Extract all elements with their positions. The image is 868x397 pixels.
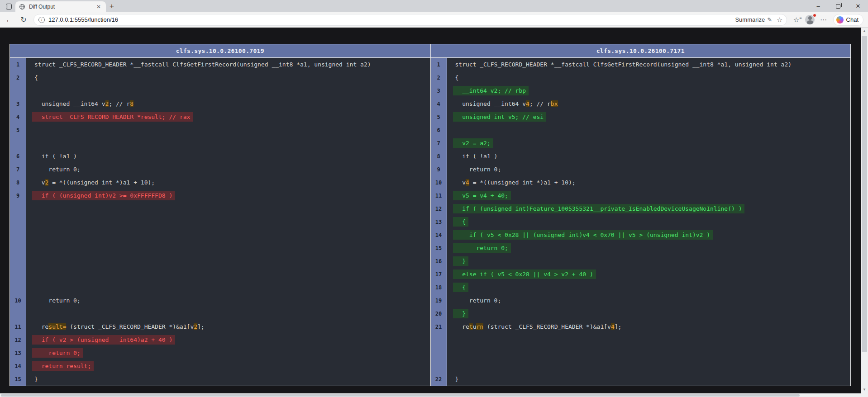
diff-row: 19 return 0; [431, 294, 851, 307]
diff-row [10, 84, 430, 97]
code-line: { [447, 71, 851, 84]
code-line: if ( v5 < 0x28 || (unsigned int)v4 < 0x7… [447, 228, 851, 241]
vertical-scroll-thumb[interactable] [862, 36, 867, 352]
code-line [26, 241, 430, 255]
close-button[interactable]: ✕ [848, 0, 868, 12]
profile-avatar[interactable] [804, 14, 816, 26]
diff-row: 15 return 0; [431, 241, 851, 255]
code-line: return 0; [26, 346, 430, 359]
diff-row: 3 __int64 v2; // rbp [431, 84, 851, 97]
line-number: 16 [431, 255, 447, 268]
line-number: 14 [10, 359, 26, 373]
code-line: if ( (unsigned int)v2 >= 0xFFFFFFD8 ) [26, 189, 430, 202]
line-number: 8 [10, 176, 26, 189]
code-line [26, 123, 430, 137]
new-tab-button[interactable]: + [106, 1, 118, 12]
favorite-star-icon[interactable]: ☆ [777, 16, 782, 24]
line-number: 3 [10, 97, 26, 110]
code-line [26, 255, 430, 268]
summarize-icon: ✎ [767, 16, 772, 23]
code-line: if ( v2 > (unsigned __int64)a2 + 40 ) [26, 333, 430, 346]
diff-row: 12 if ( v2 > (unsigned __int64)a2 + 40 ) [10, 333, 430, 346]
site-info-icon[interactable]: i [38, 17, 45, 23]
line-number: 21 [431, 320, 447, 333]
diff-row: 7 return 0; [10, 163, 430, 176]
old-version-header: clfs.sys.10.0.26100.7019 [10, 44, 430, 58]
code-line: if ( !a1 ) [26, 150, 430, 163]
diff-row [10, 215, 430, 228]
back-icon[interactable]: ← [3, 14, 15, 26]
new-code-body: 1struct _CLFS_RECORD_HEADER *__fastcall … [431, 58, 851, 386]
code-line [26, 307, 430, 320]
diff-row: 13 { [431, 215, 851, 228]
summarize-button[interactable]: Summarize ✎ [735, 16, 772, 23]
code-line: unsigned __int64 v4; // rbx [447, 97, 851, 110]
favorites-bar-icon[interactable]: ☆ [791, 14, 802, 26]
code-line: result = (struct _CLFS_RECORD_HEADER *)&… [26, 320, 430, 333]
diff-row: 13 return 0; [10, 346, 430, 359]
diff-row: 14 return result; [10, 359, 430, 373]
minimize-button[interactable]: – [808, 0, 828, 12]
line-number: 6 [431, 123, 447, 137]
copilot-chat-button[interactable]: Chat [833, 14, 863, 26]
diff-row: 2{ [431, 71, 851, 84]
old-code-body: 1struct _CLFS_RECORD_HEADER *__fastcall … [10, 58, 430, 386]
line-number [10, 202, 26, 215]
diff-row: 5 [10, 123, 430, 137]
copilot-icon [836, 16, 844, 24]
globe-favicon-icon [19, 4, 25, 10]
tab-strip: Diff Output ✕ + – ✕ [0, 0, 868, 12]
line-number: 5 [431, 110, 447, 123]
diff-row [431, 346, 851, 359]
line-number: 14 [431, 228, 447, 241]
tab-diff-output[interactable]: Diff Output ✕ [15, 1, 106, 12]
more-menu-icon[interactable]: ⋯ [818, 14, 830, 26]
code-line: { [447, 281, 851, 294]
url-text[interactable]: 127.0.0.1:5555/function/16 [48, 16, 731, 23]
diff-row: 4 struct _CLFS_RECORD_HEADER *result; //… [10, 110, 430, 123]
code-line: unsigned int v5; // esi [447, 110, 851, 123]
diff-row: 9 if ( (unsigned int)v2 >= 0xFFFFFFD8 ) [10, 189, 430, 202]
line-number: 5 [10, 123, 26, 137]
code-line: return (struct _CLFS_RECORD_HEADER *)&a1… [447, 320, 851, 333]
diff-row: 20 } [431, 307, 851, 320]
horizontal-scroll-thumb[interactable] [1, 394, 800, 397]
diff-row: 1struct _CLFS_RECORD_HEADER *__fastcall … [431, 58, 851, 71]
tab-title: Diff Output [29, 4, 91, 10]
diff-row: 22} [431, 373, 851, 386]
page-content: clfs.sys.10.0.26100.7019 1struct _CLFS_R… [0, 28, 868, 397]
horizontal-scrollbar[interactable] [0, 393, 868, 397]
diff-row [10, 255, 430, 268]
address-bar[interactable]: i 127.0.0.1:5555/function/16 Summarize ✎… [33, 14, 787, 26]
line-number: 4 [431, 97, 447, 110]
code-line: __int64 v2; // rbp [447, 84, 851, 97]
line-number [431, 333, 447, 346]
code-line [447, 123, 851, 137]
vertical-scrollbar[interactable]: ▲ ▼ [861, 28, 868, 393]
line-number: 10 [10, 294, 26, 307]
line-number [10, 307, 26, 320]
code-line [447, 333, 851, 346]
maximize-button[interactable] [828, 0, 848, 12]
code-line [26, 281, 430, 294]
code-line: v2 = a2; [447, 137, 851, 150]
code-line: return 0; [26, 163, 430, 176]
line-number: 19 [431, 294, 447, 307]
scroll-up-icon[interactable]: ▲ [861, 28, 868, 35]
line-number: 9 [10, 189, 26, 202]
refresh-icon[interactable]: ↻ [17, 14, 30, 26]
tab-close-icon[interactable]: ✕ [95, 3, 102, 10]
code-line [26, 268, 430, 281]
line-number [10, 84, 26, 97]
line-number [10, 241, 26, 255]
line-number [10, 228, 26, 241]
line-number: 13 [10, 346, 26, 359]
tab-actions-menu-icon[interactable] [3, 1, 14, 12]
diff-pane-new: clfs.sys.10.0.26100.7171 1struct _CLFS_R… [430, 44, 851, 386]
diff-row [10, 228, 430, 241]
line-number [10, 137, 26, 150]
notification-dot [813, 14, 816, 17]
code-line: v5 = v4 + 40; [447, 189, 851, 202]
scroll-down-icon[interactable]: ▼ [861, 386, 868, 393]
line-number: 4 [10, 110, 26, 123]
